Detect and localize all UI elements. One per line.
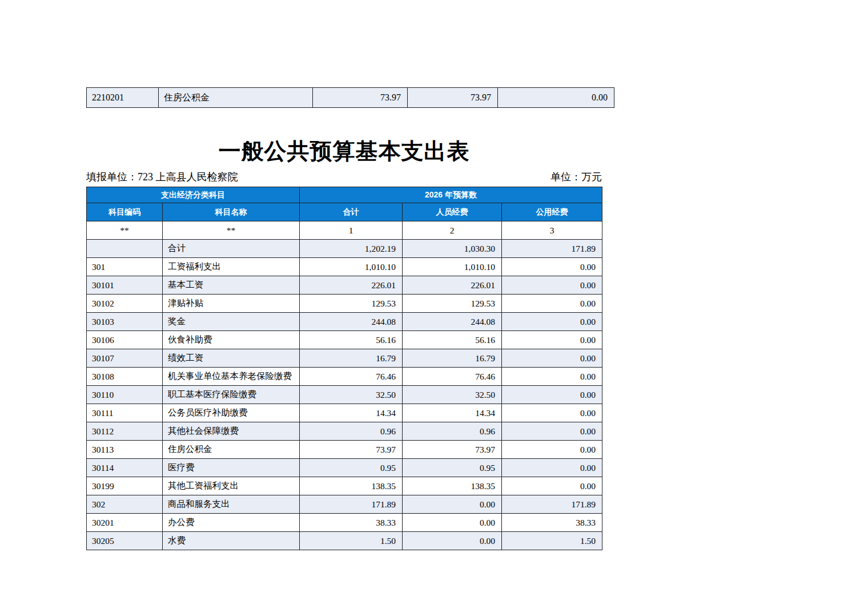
subject-name: 伙食补助费 — [163, 331, 300, 349]
subject-name: 其他工资福利支出 — [163, 477, 300, 495]
subject-name: 工资福利支出 — [163, 258, 300, 276]
total-value: 0.95 — [300, 459, 403, 477]
subject-code: 30201 — [87, 514, 163, 532]
public-value: 0.00 — [502, 386, 602, 404]
personnel-value: 244.08 — [403, 313, 502, 331]
personnel-value: 226.01 — [403, 276, 502, 295]
public-value: 0.00 — [502, 368, 602, 386]
table-row: 30111 公务员医疗补助缴费 14.34 14.34 0.00 — [87, 404, 602, 422]
subject-name: 机关事业单位基本养老保险缴费 — [163, 368, 300, 386]
subject-name: 商品和服务支出 — [163, 495, 300, 514]
public-value: 0.00 — [502, 459, 602, 477]
public-value: 0.00 — [502, 404, 602, 422]
subject-code: 30108 — [87, 368, 163, 386]
total-value: 73.97 — [313, 88, 408, 108]
table-row: 301 工资福利支出 1,010.10 1,010.10 0.00 — [87, 258, 602, 276]
personnel-value: 138.35 — [403, 477, 502, 495]
personnel-value: 16.79 — [403, 349, 502, 368]
personnel-value: 1,010.10 — [403, 258, 502, 276]
subject-code: 30101 — [87, 276, 163, 295]
personnel-value: 0.00 — [403, 514, 502, 532]
subject-code: 30114 — [87, 459, 163, 477]
public-value: 0.00 — [502, 295, 602, 313]
table-row: 30114 医疗费 0.95 0.95 0.00 — [87, 459, 602, 477]
report-unit-label: 填报单位：723 上高县人民检察院 — [86, 170, 238, 184]
table-row: 30201 办公费 38.33 0.00 38.33 — [87, 514, 602, 532]
subject-name: 基本工资 — [163, 276, 300, 295]
public-value: 171.89 — [502, 495, 602, 514]
subject-code: 2210201 — [87, 88, 159, 108]
public-value: 0.00 — [502, 349, 602, 368]
table-row: 30110 职工基本医疗保险缴费 32.50 32.50 0.00 — [87, 386, 602, 404]
page-title: 一般公共预算基本支出表 — [86, 136, 602, 167]
public-value: 0.00 — [502, 276, 602, 295]
total-value: 0.96 — [300, 422, 403, 441]
classification-header: 支出经济分类科目 — [87, 187, 300, 203]
personnel-value: 1,030.30 — [403, 240, 502, 258]
subject-code: 30199 — [87, 477, 163, 495]
subject-name: 奖金 — [163, 313, 300, 331]
total-value: 244.08 — [300, 313, 403, 331]
budget-year-header: 2026 年预算数 — [300, 187, 602, 203]
personnel-value: 73.97 — [408, 88, 498, 108]
subject-name: 水费 — [163, 532, 300, 550]
col-header-personnel: 人员经费 — [403, 203, 502, 221]
total-value: 226.01 — [300, 276, 403, 295]
table-row: 30107 绩效工资 16.79 16.79 0.00 — [87, 349, 602, 368]
personnel-value: 0.00 — [403, 532, 502, 550]
subject-name: 绩效工资 — [163, 349, 300, 368]
public-value: 0.00 — [502, 313, 602, 331]
subject-code: 30112 — [87, 422, 163, 441]
personnel-value: 0.96 — [403, 422, 502, 441]
marker-code: ** — [87, 221, 163, 240]
subject-name: 办公费 — [163, 514, 300, 532]
subject-code: 30103 — [87, 313, 163, 331]
subject-name: 津贴补贴 — [163, 295, 300, 313]
col-header-total: 合计 — [300, 203, 403, 221]
subject-name: 住房公积金 — [163, 441, 300, 459]
budget-table: 支出经济分类科目 2026 年预算数 科目编码 科目名称 合计 人员经费 公用经… — [86, 187, 602, 550]
subject-name: 合计 — [163, 240, 300, 258]
table-row: 30102 津贴补贴 129.53 129.53 0.00 — [87, 295, 602, 313]
table-row: 30106 伙食补助费 56.16 56.16 0.00 — [87, 331, 602, 349]
subject-name: 职工基本医疗保险缴费 — [163, 386, 300, 404]
marker-row: ** ** 1 2 3 — [87, 221, 602, 240]
table-row: 30103 奖金 244.08 244.08 0.00 — [87, 313, 602, 331]
table-row: 302 商品和服务支出 171.89 0.00 171.89 — [87, 495, 602, 514]
marker-name: ** — [163, 221, 300, 240]
table-row: 合计 1,202.19 1,030.30 171.89 — [87, 240, 602, 258]
subject-code: 30205 — [87, 532, 163, 550]
meta-line: 填报单位：723 上高县人民检察院 单位：万元 — [86, 170, 602, 184]
previous-table-fragment: 2210201 住房公积金 73.97 73.97 0.00 — [86, 87, 614, 108]
public-value: 0.00 — [502, 258, 602, 276]
personnel-value: 73.97 — [403, 441, 502, 459]
table-row: 30113 住房公积金 73.97 73.97 0.00 — [87, 441, 602, 459]
personnel-value: 0.95 — [403, 459, 502, 477]
table-row: 30101 基本工资 226.01 226.01 0.00 — [87, 276, 602, 295]
marker-total: 1 — [300, 221, 403, 240]
total-value: 1,202.19 — [300, 240, 403, 258]
subject-name: 其他社会保障缴费 — [163, 422, 300, 441]
col-header-public: 公用经费 — [502, 203, 602, 221]
column-header-row: 科目编码 科目名称 合计 人员经费 公用经费 — [87, 203, 602, 221]
subject-code: 30106 — [87, 331, 163, 349]
total-value: 138.35 — [300, 477, 403, 495]
subject-code — [87, 240, 163, 258]
personnel-value: 76.46 — [403, 368, 502, 386]
personnel-value: 129.53 — [403, 295, 502, 313]
total-value: 14.34 — [300, 404, 403, 422]
public-value: 0.00 — [502, 477, 602, 495]
public-value: 0.00 — [498, 88, 614, 108]
public-value: 0.00 — [502, 331, 602, 349]
total-value: 56.16 — [300, 331, 403, 349]
personnel-value: 32.50 — [403, 386, 502, 404]
subject-name: 公务员医疗补助缴费 — [163, 404, 300, 422]
col-header-code: 科目编码 — [87, 203, 163, 221]
personnel-value: 14.34 — [403, 404, 502, 422]
marker-personnel: 2 — [403, 221, 502, 240]
total-value: 32.50 — [300, 386, 403, 404]
total-value: 73.97 — [300, 441, 403, 459]
subject-code: 302 — [87, 495, 163, 514]
subject-code: 30111 — [87, 404, 163, 422]
subject-code: 30113 — [87, 441, 163, 459]
